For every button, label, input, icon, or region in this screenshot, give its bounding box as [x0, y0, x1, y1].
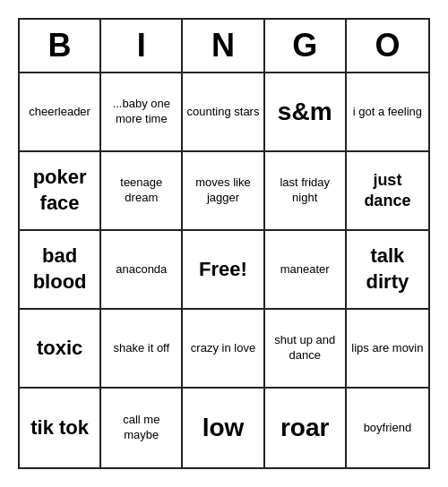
bingo-card: BINGO cheerleader...baby one more timeco… [18, 18, 430, 469]
bingo-cell-5: poker face [20, 152, 101, 231]
bingo-letter-i: I [101, 20, 183, 72]
bingo-cell-19: lips are movin [347, 310, 428, 389]
bingo-cell-17: crazy in love [183, 310, 264, 389]
bingo-cell-13: maneater [265, 231, 347, 310]
bingo-letter-n: N [183, 20, 264, 72]
bingo-cell-7: moves like jagger [183, 152, 264, 231]
bingo-cell-2: counting stars [183, 73, 264, 152]
bingo-cell-11: anaconda [101, 231, 183, 310]
bingo-cell-1: ...baby one more time [101, 73, 183, 152]
bingo-cell-21: call me maybe [101, 389, 183, 467]
bingo-cell-20: tik tok [20, 389, 101, 467]
bingo-cell-24: boyfriend [347, 389, 428, 467]
bingo-cell-8: last friday night [265, 152, 347, 231]
bingo-header: BINGO [20, 20, 428, 73]
bingo-letter-g: G [265, 20, 347, 72]
bingo-cell-9: just dance [347, 152, 428, 231]
bingo-cell-4: i got a feeling [347, 73, 428, 152]
bingo-letter-o: O [347, 20, 428, 72]
bingo-cell-0: cheerleader [20, 73, 101, 152]
bingo-letter-b: B [20, 20, 101, 72]
bingo-cell-15: toxic [20, 310, 101, 389]
bingo-cell-3: s&m [265, 73, 347, 152]
bingo-cell-14: talk dirty [347, 231, 428, 310]
bingo-cell-18: shut up and dance [265, 310, 347, 389]
bingo-cell-23: roar [265, 389, 347, 467]
bingo-cell-16: shake it off [101, 310, 183, 389]
bingo-cell-10: bad blood [20, 231, 101, 310]
bingo-grid: cheerleader...baby one more timecounting… [20, 73, 428, 467]
bingo-cell-6: teenage dream [101, 152, 183, 231]
bingo-cell-12: Free! [183, 231, 264, 310]
bingo-cell-22: low [183, 389, 264, 467]
